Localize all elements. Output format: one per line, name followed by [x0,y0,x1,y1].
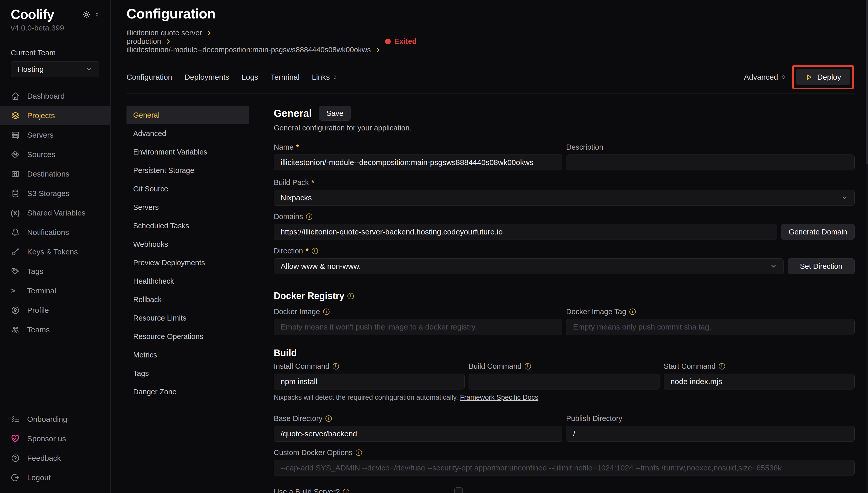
section-subtitle: General configuration for your applicati… [274,124,855,132]
sidebar-item[interactable]: Profile [0,301,110,320]
build-command-label: Build Command [469,361,660,371]
sidebar-item[interactable]: >_ Terminal [0,281,110,301]
domains-input[interactable] [274,224,777,240]
base-directory-input[interactable] [274,426,562,442]
sidebar-item[interactable]: S3 Storages [0,184,110,203]
chevron-right-icon [165,39,171,45]
subnav-item[interactable]: Rollback [127,290,249,309]
required-asterisk: * [305,247,308,255]
subnav-item[interactable]: Resource Limits [127,309,249,327]
direction-select[interactable]: Allow www & non-www. [274,258,784,274]
advanced-dropdown[interactable]: Advanced [744,73,785,82]
bell-icon [11,228,20,237]
docker-image-input[interactable] [274,319,562,335]
subnav-item[interactable]: Environment Variables [127,143,249,161]
subnav-item[interactable]: Scheduled Tasks [127,216,249,235]
breadcrumb-item[interactable]: illicitonion quote server [127,29,381,37]
info-icon[interactable] [525,363,531,369]
theme-select-chevron-icon[interactable] [94,12,100,17]
publish-directory-label: Publish Directory [566,413,855,424]
subnav-item[interactable]: Persistent Storage [127,161,249,179]
sidebar-item[interactable]: Dashboard [0,86,110,106]
subnav-item[interactable]: Webhooks [127,235,249,253]
sidebar-item[interactable]: Tags [0,262,110,281]
breadcrumb-item[interactable]: production [127,37,381,46]
subnav-item[interactable]: Servers [127,198,249,216]
sidebar-footer-item[interactable]: Onboarding [0,409,110,429]
sidebar-item[interactable]: Notifications [0,223,110,242]
tab[interactable]: Configuration [127,73,172,82]
sidebar-item[interactable]: Keys & Tokens [0,242,110,262]
subnav-item[interactable]: Advanced [127,124,249,143]
sidebar-item[interactable]: Projects [0,106,110,125]
logout-icon [11,473,20,482]
sidebar-item-label: Notifications [27,228,69,237]
use-build-server-checkbox[interactable] [454,487,463,493]
subnav-item[interactable]: Healthcheck [127,272,249,290]
docker-image-tag-input[interactable] [566,319,855,335]
chevron-right-icon [206,30,212,36]
team-select[interactable]: Hosting [11,61,99,77]
subnav-item[interactable]: Tags [127,364,249,383]
tab[interactable]: Logs [242,73,258,82]
breadcrumb-label: illicitonion quote server [127,29,202,37]
info-icon[interactable] [306,213,312,220]
sidebar-item-label: Sponsor us [27,434,66,443]
info-icon[interactable] [347,293,354,299]
config-subnav: General Advanced Environment Variables P… [127,106,249,493]
sidebar-item[interactable]: Destinations [0,164,110,184]
sidebar-item[interactable]: Teams [0,320,110,340]
info-icon[interactable] [323,308,329,315]
sidebar-item[interactable]: Servers [0,125,110,145]
info-icon[interactable] [630,308,636,315]
save-button[interactable]: Save [319,106,351,121]
tab-links[interactable]: Links [312,73,338,82]
variable-icon: (x) [11,208,20,217]
sidebar-item-label: Servers [27,131,53,140]
build-command-input[interactable] [469,373,660,389]
subnav-item[interactable]: Resource Operations [127,327,249,346]
sidebar-footer-item[interactable]: Sponsor us [0,429,110,448]
sidebar-item-label: S3 Storages [27,189,69,198]
publish-directory-input[interactable] [566,426,855,442]
general-form: General Save General configuration for y… [274,106,855,493]
name-input[interactable] [274,154,562,170]
sidebar-item[interactable]: Sources [0,145,110,164]
info-icon[interactable] [719,363,725,369]
deploy-button[interactable]: Deploy [796,69,850,85]
subnav-item[interactable]: General [127,106,249,124]
info-icon[interactable] [325,415,332,422]
subnav-item[interactable]: Git Source [127,179,249,198]
build-pack-select[interactable]: Nixpacks [274,190,855,206]
info-icon[interactable] [333,363,339,369]
description-input[interactable] [566,154,855,170]
sidebar-item[interactable]: (x) Shared Variables [0,203,110,223]
install-command-label: Install Command [274,361,465,371]
subnav-item[interactable]: Preview Deployments [127,253,249,272]
tab[interactable]: Terminal [271,73,300,82]
current-team-label: Current Team [0,32,110,57]
sidebar-footer-item[interactable]: Feedback [0,448,110,468]
info-icon[interactable] [356,449,362,456]
scrollbar[interactable] [866,0,868,493]
info-icon[interactable] [312,248,318,254]
user-icon [11,306,20,315]
info-icon[interactable] [343,489,349,493]
breadcrumb-item[interactable]: illicitestonion/-module--decomposition:m… [127,46,381,54]
tag-icon [11,267,20,276]
sidebar-footer-item[interactable]: Logout [0,468,110,487]
custom-docker-options-input[interactable] [274,460,855,476]
framework-docs-link[interactable]: Framework Specific Docs [460,393,538,401]
subnav-item[interactable]: Danger Zone [127,383,249,401]
install-command-input[interactable] [274,373,465,389]
use-build-server-label: Use a Build Server? [274,487,349,493]
sidebar-item-label: Logout [27,473,51,482]
subnav-item[interactable]: Metrics [127,346,249,364]
chevron-updown-icon [781,74,786,80]
set-direction-button[interactable]: Set Direction [787,258,855,274]
theme-toggle-sun-icon[interactable] [82,10,91,19]
tab[interactable]: Deployments [184,73,229,82]
start-command-input[interactable] [664,373,855,389]
generate-domain-button[interactable]: Generate Domain [781,224,855,240]
main-area: Configuration illicitonion quote server … [111,0,868,493]
